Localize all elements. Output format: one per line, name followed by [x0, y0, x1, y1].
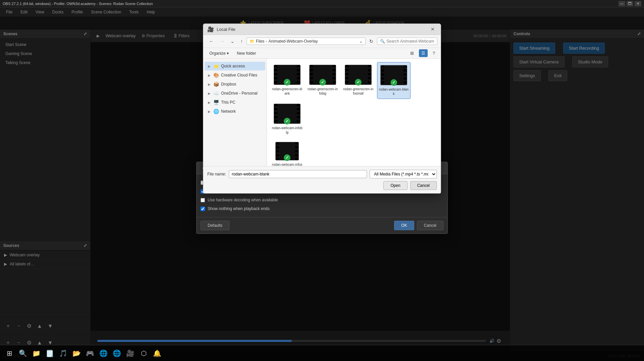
sidebar-item-this-pc[interactable]: ▶ 🖥️ This PC [205, 98, 265, 107]
file-check-3: ✓ [355, 79, 362, 86]
sidebar-item-network[interactable]: ▶ 🌐 Network [205, 107, 265, 116]
file-name-4: rodan-webcam-blank [379, 87, 409, 96]
fp-up-button[interactable]: ↑ [238, 37, 245, 46]
taskbar-start-button[interactable]: ⊞ [3, 347, 15, 359]
properties-dialog-footer: Defaults OK Cancel [197, 217, 447, 234]
fp-sidebar: ▶ ⭐ Quick access ▶ 🎨 Creative Cloud File… [203, 59, 267, 166]
file-check-6: ✓ [284, 154, 290, 161]
file-check-5: ✓ [284, 118, 290, 124]
maximize-button[interactable]: 🗖 [627, 1, 633, 6]
file-thumb-wrap-5: ✓ [274, 104, 301, 124]
view-grid-button[interactable]: ⊞ [408, 49, 416, 57]
sidebar-item-onedrive[interactable]: ▶ ☁️ OneDrive - Personal [205, 89, 265, 98]
quick-access-label: Quick access [221, 64, 245, 68]
organize-button[interactable]: Organize ▾ [207, 50, 231, 57]
file-name-5: rodan-webcam-infobig [272, 126, 303, 135]
titlebar: OBS 27.2.1 (64-bit, windows) - Profile: … [0, 0, 644, 7]
cancel-button[interactable]: Cancel [417, 221, 443, 230]
file-row-2: ✓ rodan-webcam-infosmall [270, 139, 437, 166]
taskbar-search[interactable]: 🔍 [17, 347, 29, 359]
taskbar-game[interactable]: 🎮 [84, 347, 96, 359]
fp-back-button[interactable]: ← [207, 37, 216, 46]
fp-filetype-select[interactable]: All Media Files (*.mp4 *.ts *.mo… [370, 170, 437, 178]
file-check-1: ✓ [284, 79, 290, 86]
new-folder-button[interactable]: New folder [234, 50, 259, 57]
taskbar-files[interactable]: 📁 [30, 347, 42, 359]
ok-button[interactable]: OK [394, 221, 414, 230]
minimize-button[interactable]: — [619, 1, 625, 6]
file-thumb-wrap-3: ✓ [345, 65, 372, 85]
fp-breadcrumb[interactable]: 📁 Files › Animated-Webcam-Overlay ⌄ [247, 38, 366, 45]
onedrive-arrow: ▶ [208, 92, 211, 95]
network-icon: 🌐 [213, 109, 219, 114]
taskbar-browser[interactable]: 🌐 [97, 347, 109, 359]
sidebar-item-creative-cloud[interactable]: ▶ 🎨 Creative Cloud Files [205, 71, 265, 80]
fp-close-button[interactable]: ✕ [429, 26, 437, 33]
fp-search-input[interactable] [386, 39, 434, 44]
taskbar-obs[interactable]: 🎥 [124, 347, 136, 359]
fp-search-box[interactable]: 🔍 [377, 38, 437, 45]
fp-open-button[interactable]: Open [383, 181, 407, 190]
show-nothing-label: Show nothing when playback ends [208, 206, 270, 211]
fp-nav: ← → ⌄ ↑ 📁 Files › Animated-Webcam-Overla… [203, 35, 441, 48]
file-name-1: rodan-greenscren-blank [272, 87, 303, 96]
file-item-webcam-blank[interactable]: ✓ rodan-webcam-blank [377, 62, 411, 99]
taskbar-extra2[interactable]: 🔔 [151, 347, 163, 359]
view-help-button[interactable]: ? [430, 49, 437, 57]
fp-refresh-button[interactable]: ↻ [367, 37, 376, 46]
hardware-label: Use hardware decoding when available [208, 198, 278, 202]
hardware-checkbox[interactable] [201, 198, 205, 202]
organize-dropdown-icon: ▾ [227, 51, 229, 56]
taskbar-notepad[interactable]: 🗒️ [44, 347, 56, 359]
sidebar-item-dropbox[interactable]: ▶ 📦 Dropbox [205, 80, 265, 89]
fp-breadcrumb-subfolder: Animated-Webcam-Overlay [268, 39, 318, 44]
file-item-webcam-infobig[interactable]: ✓ rodan-webcam-infobig [270, 101, 304, 137]
taskbar-explorer[interactable]: 📂 [70, 347, 83, 359]
fp-folder-icon: 📁 [250, 39, 255, 44]
creative-cloud-label: Creative Cloud Files [221, 73, 257, 78]
file-check-2: ✓ [319, 79, 326, 86]
file-item-greenscren-blank[interactable]: ✓ rodan-greenscren-blank [270, 62, 304, 99]
onedrive-label: OneDrive - Personal [221, 91, 258, 96]
fp-cancel-button[interactable]: Cancel [410, 181, 437, 190]
app-title: OBS 27.2.1 (64-bit, windows) - Profile: … [3, 2, 619, 6]
filepicker-dialog: 🎥 Local File ✕ ← → ⌄ ↑ 📁 Files › Animate… [203, 23, 441, 194]
fp-breadcrumb-dropdown[interactable]: ⌄ [359, 39, 363, 44]
show-nothing-checkbox[interactable] [201, 207, 205, 211]
fp-toolbar: Organize ▾ New folder ⊞ ☰ ? [203, 48, 441, 59]
taskbar-media[interactable]: 🎵 [57, 347, 69, 359]
defaults-button[interactable]: Defaults [201, 221, 229, 230]
fp-body: ▶ ⭐ Quick access ▶ 🎨 Creative Cloud File… [203, 59, 441, 166]
file-name-2: rodan-greenscren-infobig [307, 87, 338, 96]
file-item-greenscren-infosmall[interactable]: ✓ rodan-greenscren-infosmall [341, 62, 375, 99]
close-button[interactable]: ✕ [635, 1, 641, 6]
file-thumb-wrap-6: ✓ [275, 142, 299, 160]
sidebar-item-quick-access[interactable]: ▶ ⭐ Quick access [205, 62, 265, 70]
file-item-greenscren-infobig[interactable]: ✓ rodan-greenscren-infobig [306, 62, 339, 99]
taskbar-browser2[interactable]: 🌐 [111, 347, 123, 359]
fp-down-button[interactable]: ⌄ [228, 37, 237, 46]
fp-files-grid: ✓ rodan-greenscren-blank ✓ rodan-greensc… [267, 59, 441, 166]
network-label: Network [221, 109, 236, 114]
show-nothing-row: Show nothing when playback ends [201, 204, 443, 213]
creative-cloud-arrow: ▶ [208, 73, 211, 77]
file-item-webcam-infosmall[interactable]: ✓ rodan-webcam-infosmall [270, 139, 304, 166]
taskbar-extra1[interactable]: ⬡ [138, 347, 150, 359]
window-controls: — 🗖 ✕ [619, 1, 641, 6]
fp-filename-label: File name: [207, 172, 226, 176]
fp-forward-button[interactable]: → [217, 37, 227, 46]
quick-access-icon: ⭐ [213, 63, 219, 69]
breadcrumb-arrow: › [266, 39, 267, 44]
file-check-4: ✓ [390, 79, 397, 86]
dropbox-arrow: ▶ [208, 83, 211, 86]
dropbox-icon: 📦 [213, 82, 219, 87]
onedrive-icon: ☁️ [213, 91, 219, 96]
creative-cloud-icon: 🎨 [213, 72, 219, 78]
file-name-6: rodan-webcam-infosmall [272, 162, 303, 166]
fp-filename-input[interactable] [229, 170, 367, 178]
file-name-3: rodan-greenscren-infosmall [343, 87, 374, 96]
view-details-button[interactable]: ☰ [419, 49, 428, 57]
hardware-row: Use hardware decoding when available [201, 196, 443, 204]
file-thumb-wrap-2: ✓ [309, 65, 336, 85]
this-pc-arrow: ▶ [208, 101, 211, 104]
